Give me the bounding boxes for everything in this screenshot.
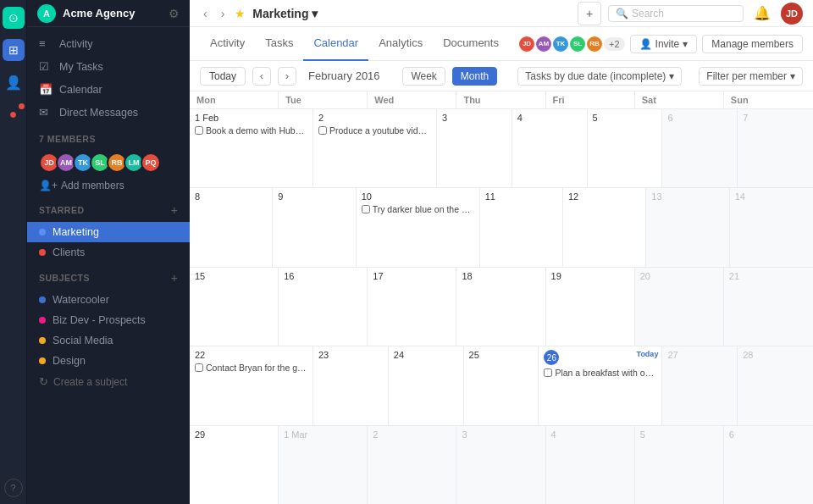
calendar-cell-4-5[interactable]: 26TodayPlan a breakfast with our pa <box>539 346 662 424</box>
sidebar-nav-mytasks-label: My Tasks <box>59 61 103 73</box>
task-checkbox[interactable] <box>195 126 203 135</box>
calendar-cell-1-5[interactable]: 5 <box>588 109 663 187</box>
manage-members-button[interactable]: Manage members <box>702 35 803 53</box>
tab-tasks[interactable]: Tasks <box>255 27 303 61</box>
sidebar-nav-calendar[interactable]: 📅 Calendar <box>27 78 190 101</box>
sidebar-item-clients[interactable]: Clients <box>27 242 190 263</box>
user-avatar[interactable]: JD <box>781 3 803 25</box>
create-subject-button[interactable]: ↻ Create a subject <box>27 371 190 392</box>
back-button[interactable]: ‹ <box>200 5 211 22</box>
calendar-task: Plan a breakfast with our pa <box>544 368 656 379</box>
calendar-cell-5-4[interactable]: 3 <box>456 426 545 504</box>
calendar-cell-1-4[interactable]: 4 <box>512 109 588 187</box>
calendar-cell-5-6[interactable]: 5 <box>635 426 724 504</box>
task-checkbox[interactable] <box>544 368 552 377</box>
sidebar-item-design[interactable]: Design <box>27 351 190 371</box>
sidebar-item-bizdev[interactable]: Biz Dev - Prospects <box>27 310 190 330</box>
sidebar-nav-directmessages[interactable]: ✉ Direct Messages <box>27 101 190 124</box>
calendar-cell-2-7[interactable]: 14 <box>730 188 813 266</box>
clients-dot <box>39 249 46 256</box>
sidebar-item-socialmedia-label: Social Media <box>53 335 113 346</box>
sidebar-item-marketing[interactable]: Marketing <box>27 222 190 242</box>
settings-icon[interactable]: ⚙ <box>169 7 180 20</box>
add-members-button[interactable]: 👤+ Add members <box>27 176 190 195</box>
tab-documents[interactable]: Documents <box>433 27 509 61</box>
forward-button[interactable]: › <box>218 5 229 22</box>
cell-date: 4 <box>517 113 582 123</box>
calendar-cell-4-6[interactable]: 27 <box>662 346 738 424</box>
grid-icon-btn[interactable]: ⊞ <box>3 39 25 61</box>
calendar-cell-3-7[interactable]: 21 <box>724 268 813 346</box>
tab-avatar-4[interactable]: SL <box>568 35 587 53</box>
calendar-cell-5-2[interactable]: 1 Mar <box>279 426 368 504</box>
calendar-cell-3-6[interactable]: 20 <box>635 268 724 346</box>
calendar-cell-4-4[interactable]: 25 <box>464 346 539 424</box>
notification-icon-btn[interactable]: ● <box>3 103 25 125</box>
task-filter-button[interactable]: Tasks by due date (incomplete) ▾ <box>517 67 682 86</box>
calendar-cell-3-4[interactable]: 18 <box>456 268 545 346</box>
calendar-cell-2-2[interactable]: 9 <box>273 188 356 266</box>
more-members-badge[interactable]: +2 <box>604 37 625 51</box>
tab-calendar[interactable]: Calendar <box>303 27 368 61</box>
person-icon-btn[interactable]: 👤 <box>3 71 25 93</box>
subjects-add-icon[interactable]: + <box>171 271 178 285</box>
calendar-cell-5-3[interactable]: 2 <box>368 426 456 504</box>
calendar-cell-2-4[interactable]: 11 <box>480 188 563 266</box>
help-button[interactable]: ? <box>4 479 23 497</box>
member-filter-icon: ▾ <box>790 70 795 82</box>
month-view-button[interactable]: Month <box>452 67 497 86</box>
sidebar-item-watercooler[interactable]: Watercooler <box>27 290 190 310</box>
calendar-cell-1-3[interactable]: 3 <box>437 109 512 187</box>
sidebar-item-socialmedia[interactable]: Social Media <box>27 330 190 351</box>
calendar-cell-3-2[interactable]: 16 <box>279 268 368 346</box>
calendar-cell-2-1[interactable]: 8 <box>190 188 273 266</box>
sidebar-nav-mytasks[interactable]: ☑ My Tasks <box>27 55 190 78</box>
calendar-cell-3-1[interactable]: 15 <box>190 268 279 346</box>
calendar-cell-5-5[interactable]: 4 <box>546 426 635 504</box>
calendar-cell-1-1[interactable]: 1 FebBook a demo with Hubspot <box>190 109 313 187</box>
calendar-cell-3-5[interactable]: 19 <box>546 268 635 346</box>
calendar-cell-1-7[interactable]: 7 <box>738 109 813 187</box>
calendar-cell-2-5[interactable]: 12 <box>563 188 646 266</box>
calendar-cell-2-3[interactable]: 10Try darker blue on the mobil <box>357 188 480 266</box>
member-filter-button[interactable]: Filter per member ▾ <box>699 67 803 86</box>
tab-avatar-1[interactable]: JD <box>517 35 536 53</box>
messages-icon: ✉ <box>39 106 53 119</box>
invite-button[interactable]: 👤 Invite ▾ <box>630 35 698 53</box>
calendar-cell-1-2[interactable]: 2Produce a youtube video for <box>313 109 437 187</box>
tab-avatar-3[interactable]: TK <box>551 35 570 53</box>
calendar-weeks: 1 FebBook a demo with Hubspot2Produce a … <box>190 109 813 504</box>
title-dropdown-icon[interactable]: ▾ <box>312 7 318 20</box>
task-checkbox[interactable] <box>318 126 327 135</box>
calendar-cell-3-3[interactable]: 17 <box>368 268 456 346</box>
member-avatar-7[interactable]: PQ <box>141 152 161 173</box>
add-button[interactable]: + <box>578 2 601 25</box>
cell-date: 28 <box>743 350 808 360</box>
tab-activity[interactable]: Activity <box>200 27 255 61</box>
calendar-cell-4-2[interactable]: 23 <box>313 346 389 424</box>
calendar-cell-1-6[interactable]: 6 <box>662 109 738 187</box>
search-icon: 🔍 <box>616 8 628 19</box>
sidebar-nav-activity[interactable]: ≡ Activity <box>27 32 190 55</box>
task-checkbox[interactable] <box>362 205 370 213</box>
prev-month-button[interactable]: ‹ <box>252 67 271 86</box>
starred-add-icon[interactable]: + <box>171 203 178 217</box>
calendar-cell-4-1[interactable]: 22Contact Bryan for the greeti <box>190 346 313 424</box>
search-box[interactable]: 🔍 Search <box>608 5 744 22</box>
tab-avatar-5[interactable]: RB <box>585 35 604 53</box>
tab-analytics[interactable]: Analytics <box>368 27 433 61</box>
next-month-button[interactable]: › <box>278 67 296 86</box>
calendar-cell-5-1[interactable]: 29 <box>190 426 279 504</box>
calendar-cell-4-7[interactable]: 28 <box>738 346 813 424</box>
week-view-button[interactable]: Week <box>402 67 445 86</box>
home-icon-btn[interactable]: ⊙ <box>3 7 25 29</box>
task-checkbox[interactable] <box>195 363 203 372</box>
calendar-task: Contact Bryan for the greeti <box>195 363 307 374</box>
tab-avatar-2[interactable]: AM <box>534 35 553 53</box>
today-button[interactable]: Today <box>200 67 246 86</box>
calendar-cell-5-7[interactable]: 6 <box>724 426 813 504</box>
calendar-cell-4-3[interactable]: 24 <box>389 346 464 424</box>
calendar-cell-2-6[interactable]: 13 <box>646 188 729 266</box>
notifications-button[interactable]: 🔔 <box>750 2 774 25</box>
star-icon[interactable]: ★ <box>235 7 246 20</box>
